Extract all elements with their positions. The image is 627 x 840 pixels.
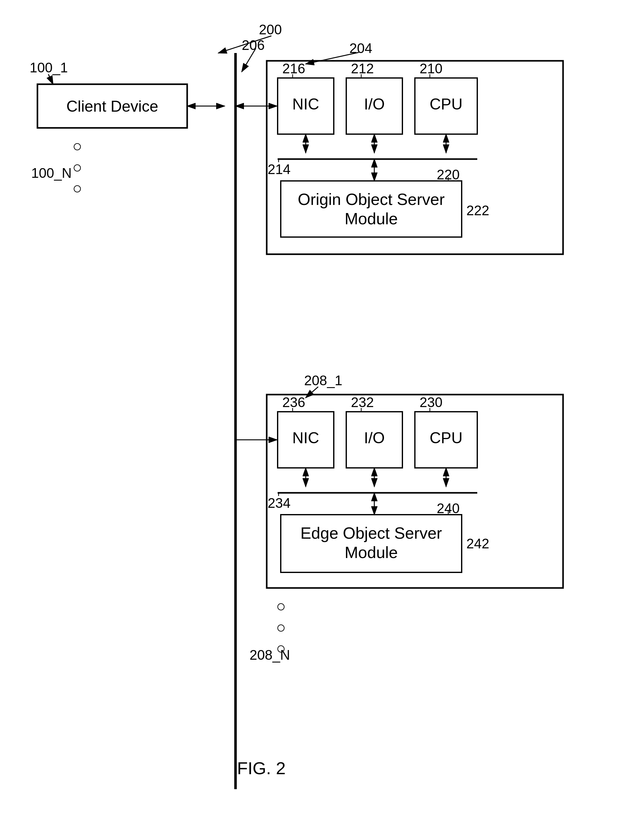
label-222: 222 bbox=[466, 203, 489, 218]
label-220: 220 bbox=[437, 167, 460, 182]
diagram: 200 206 204 Client Device 100_1 100_N ○○… bbox=[0, 0, 627, 840]
origin-cpu-text: CPU bbox=[415, 95, 477, 113]
edge-module-text: Edge Object Server Module bbox=[281, 524, 462, 562]
origin-io-text: I/O bbox=[346, 95, 402, 113]
label-240: 240 bbox=[437, 501, 460, 516]
origin-nic-text: NIC bbox=[277, 95, 334, 113]
label-100-1: 100_1 bbox=[30, 60, 68, 76]
client-dots: ○○○ bbox=[72, 136, 82, 199]
label-214: 214 bbox=[268, 162, 290, 177]
label-204: 204 bbox=[350, 41, 372, 56]
figure-title: FIG. 2 bbox=[237, 758, 286, 778]
svg-line-21 bbox=[48, 74, 53, 84]
edge-cpu-text: CPU bbox=[415, 429, 477, 447]
label-206: 206 bbox=[242, 38, 265, 53]
edge-nic-text: NIC bbox=[277, 429, 334, 447]
label-200: 200 bbox=[259, 22, 282, 38]
origin-module-text: Origin Object Server Module bbox=[281, 190, 462, 229]
label-234: 234 bbox=[268, 496, 290, 511]
label-210: 210 bbox=[419, 61, 442, 76]
client-device-label: Client Device bbox=[44, 98, 181, 115]
label-230: 230 bbox=[419, 395, 442, 410]
label-232: 232 bbox=[351, 395, 374, 410]
label-242: 242 bbox=[466, 536, 489, 552]
label-216: 216 bbox=[282, 61, 305, 76]
label-100-n: 100_N bbox=[31, 165, 72, 181]
label-208-n: 208_N bbox=[250, 647, 290, 663]
label-212: 212 bbox=[351, 61, 374, 76]
label-208-1: 208_1 bbox=[304, 373, 342, 389]
edge-io-text: I/O bbox=[346, 429, 402, 447]
svg-line-23 bbox=[306, 387, 318, 398]
label-236: 236 bbox=[282, 395, 305, 410]
